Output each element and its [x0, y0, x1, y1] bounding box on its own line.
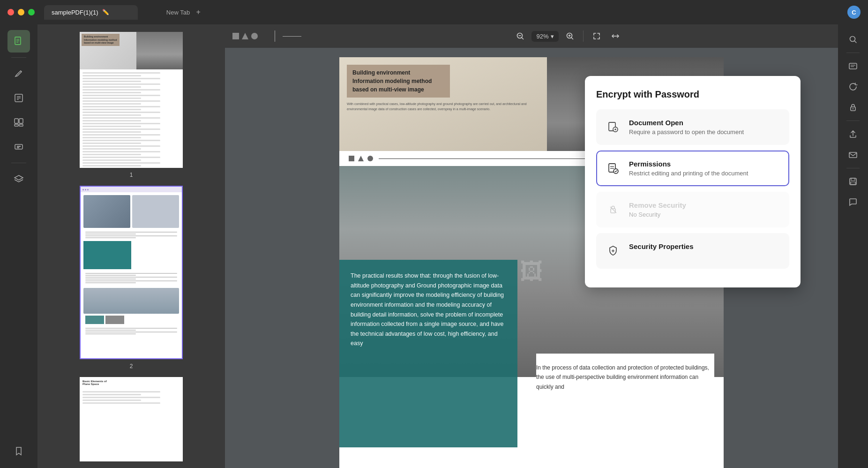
mail-icon[interactable] [844, 145, 862, 164]
encrypt-option-permissions[interactable]: Permissions Restrict editing and printin… [596, 151, 789, 186]
page-number-2: 2 [130, 363, 133, 370]
new-tab-button[interactable]: + [194, 8, 203, 17]
shape-circle [251, 33, 258, 39]
encrypt-option-remove-security: Remove Security No Security [596, 192, 789, 227]
svg-line-23 [571, 38, 573, 39]
fit-page-button[interactable] [589, 29, 604, 44]
security-properties-title: Security Properties [629, 242, 781, 250]
main-area: Building environmentInformation modeling… [0, 24, 868, 468]
encrypt-option-document-open[interactable]: Document Open Require a password to open… [596, 109, 789, 145]
svg-line-4 [21, 71, 22, 72]
shape-square [232, 33, 239, 39]
document-open-subtitle: Require a password to open the document [629, 128, 781, 136]
tab-active-label: samplePDF(1)(1) [52, 9, 98, 16]
svg-point-37 [850, 37, 855, 42]
document-open-title: Document Open [629, 119, 781, 127]
zoom-in-button[interactable] [562, 29, 577, 44]
svg-marker-16 [15, 175, 23, 180]
document-open-text: Document Open Require a password to open… [629, 119, 781, 136]
zoom-display[interactable]: 92% ▾ [531, 31, 558, 42]
traffic-light-green[interactable] [28, 9, 35, 15]
thumbnail-item-2: 2 [43, 186, 219, 370]
lock-icon[interactable] [844, 98, 862, 117]
sidebar-divider-1 [11, 57, 26, 58]
remove-security-icon [605, 201, 621, 218]
svg-line-38 [855, 41, 857, 43]
thumbnail-page-1[interactable]: Building environmentInformation modeling… [80, 32, 183, 168]
remove-security-title: Remove Security [629, 201, 781, 209]
thumbnail-item-1: Building environmentInformation modeling… [43, 32, 219, 178]
share-icon[interactable] [844, 125, 862, 143]
permissions-subtitle: Restrict editing and printing of the doc… [629, 170, 781, 177]
main-text-content: In the process of data collection and pr… [536, 363, 714, 392]
sidebar-item-forms[interactable] [7, 87, 30, 109]
save-icon[interactable] [844, 172, 862, 191]
tab-active[interactable]: samplePDF(1)(1) ✏️ [44, 5, 138, 20]
user-avatar[interactable]: C [847, 6, 861, 19]
comment-icon[interactable] [844, 193, 862, 211]
thumbnail-panel: Building environmentInformation modeling… [37, 24, 225, 468]
search-icon-right[interactable] [844, 30, 862, 49]
encrypt-panel: Encrypt with Password Document Open Re [585, 76, 801, 287]
traffic-light-yellow[interactable] [18, 9, 24, 15]
svg-rect-47 [851, 182, 855, 184]
titlebar-right: C [847, 6, 861, 19]
remove-security-subtitle: No Security [629, 211, 781, 218]
sidebar-item-layers[interactable] [7, 168, 30, 190]
sidebar-item-redact[interactable] [7, 136, 30, 158]
sidebar-item-annotate[interactable] [7, 62, 30, 85]
sidebar-item-pages[interactable] [7, 30, 30, 53]
tab-inactive[interactable]: New Tab + [138, 4, 232, 21]
svg-line-19 [522, 38, 524, 39]
shape-triangle [242, 33, 248, 39]
sidebar-item-organize[interactable] [7, 111, 30, 134]
thumbnail-item-3: Basic Elements ofPlane Space [43, 377, 219, 461]
svg-rect-12 [19, 124, 23, 126]
thumbnail-page-3[interactable]: Basic Elements ofPlane Space [80, 377, 183, 461]
toolbar: 92% ▾ [225, 24, 838, 48]
svg-rect-44 [849, 152, 857, 158]
ocr-icon[interactable] [844, 57, 862, 75]
right-divider-1 [846, 53, 860, 53]
edit-icon[interactable]: ✏️ [102, 9, 109, 15]
titlebar: samplePDF(1)(1) ✏️ New Tab + C [0, 0, 868, 24]
encrypt-panel-title: Encrypt with Password [596, 89, 789, 100]
fit-width-button[interactable] [608, 29, 623, 44]
traffic-lights [7, 9, 35, 15]
permissions-icon [605, 160, 621, 177]
svg-rect-39 [849, 63, 857, 69]
rotate-icon[interactable] [844, 77, 862, 96]
toolbar-divider [583, 30, 584, 42]
sidebar-divider-2 [11, 163, 26, 163]
encrypt-option-security-properties[interactable]: Security Properties [596, 233, 789, 269]
svg-rect-9 [15, 119, 18, 123]
right-divider-2 [846, 121, 860, 121]
page-number-1: 1 [130, 172, 133, 178]
zoom-level-label: 92% [536, 33, 548, 40]
remove-security-text: Remove Security No Security [629, 201, 781, 218]
zoom-dropdown-icon: ▾ [551, 33, 554, 40]
security-properties-icon [605, 242, 621, 259]
svg-rect-10 [19, 119, 23, 123]
pdf-viewer: 92% ▾ [225, 24, 838, 468]
thumbnail-page-2[interactable] [80, 186, 183, 359]
tab-inactive-label: New Tab [166, 9, 190, 16]
right-sidebar [838, 24, 868, 468]
right-divider-3 [846, 168, 860, 168]
security-properties-text: Security Properties [629, 242, 781, 252]
permissions-text: Permissions Restrict editing and printin… [629, 160, 781, 177]
svg-rect-11 [15, 124, 18, 126]
left-sidebar [0, 24, 37, 468]
pdf-content-area[interactable]: Building environmentInformation modeling… [225, 48, 838, 468]
permissions-title: Permissions [629, 160, 781, 168]
zoom-out-button[interactable] [513, 29, 528, 44]
teal-block-text: The practical results show that: through… [351, 271, 506, 348]
traffic-light-red[interactable] [7, 9, 14, 15]
document-open-icon [605, 119, 621, 136]
svg-point-43 [853, 108, 853, 109]
sidebar-item-bookmark[interactable] [7, 440, 30, 462]
